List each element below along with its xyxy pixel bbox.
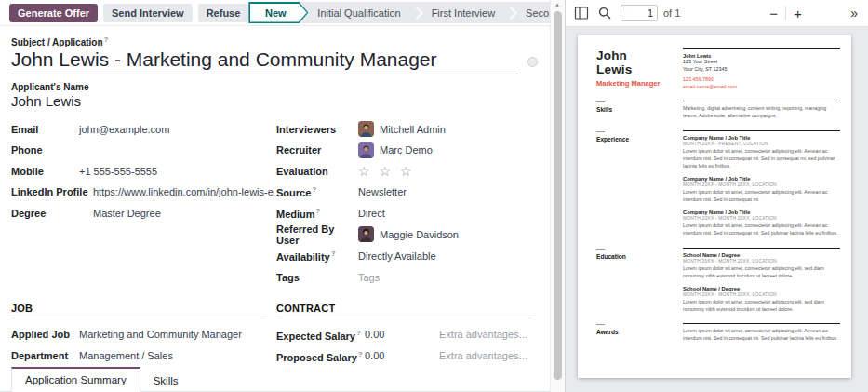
field-interviewers: Interviewers Mitchell Admin: [276, 118, 540, 140]
evaluation-label: Evaluation: [276, 166, 358, 177]
experience-entry-body: Lorem ipsum dolor sit amet, consectetur …: [683, 148, 839, 170]
job-section-title: JOB: [11, 303, 267, 318]
applied-job-label: Applied Job: [11, 329, 79, 340]
send-interview-button[interactable]: Send Interview: [103, 4, 193, 22]
expected-salary-extra-input[interactable]: Extra advantages...: [439, 329, 527, 340]
stage-new[interactable]: New: [248, 2, 308, 23]
department-select[interactable]: Management / Sales: [79, 350, 173, 361]
recruitment-app-window: Generate Offer Send Interview Refuse New…: [0, 0, 868, 392]
page-count-label: of 1: [663, 7, 680, 19]
resume-section-education: Education School Name / Degree MONTH 20X…: [596, 248, 840, 314]
experience-entry: Company Name / Job Title MONTH 20XX - MO…: [683, 210, 840, 237]
education-entry-body: Lorem ipsum dolor sit amet, consectetur …: [683, 265, 839, 280]
contract-section: CONTRACT Expected Salary? 0.00 Extra adv…: [276, 303, 540, 366]
degree-select[interactable]: Master Degree: [93, 208, 161, 219]
applicant-form-panel: Generate Offer Send Interview Refuse New…: [0, 0, 550, 392]
linkedin-label: LinkedIn Profile: [11, 186, 93, 197]
experience-entry: Company Name / Job Title MONTH 20XX - PR…: [683, 135, 840, 170]
source-select[interactable]: Newsletter: [358, 186, 407, 197]
education-entry-title: School Name / Degree: [683, 252, 840, 258]
experience-entry: Company Name / Job Title MONTH 20XX - MO…: [683, 176, 840, 204]
field-mobile: Mobile +1 555-555-5555: [11, 160, 274, 182]
experience-entry-title: Company Name / Job Title: [683, 210, 840, 215]
mobile-input[interactable]: +1 555-555-5555: [79, 166, 157, 177]
evaluation-stars[interactable]: ☆ ☆ ☆: [358, 164, 414, 179]
pdf-content-area[interactable]: John Lewis Marketing Manager John Lewis …: [566, 27, 868, 392]
interviewers-input[interactable]: Mitchell Admin: [358, 121, 446, 137]
tab-application-summary[interactable]: Application Summary: [11, 367, 140, 392]
tab-skills[interactable]: Skills: [140, 370, 192, 392]
interviewers-label: Interviewers: [276, 124, 358, 135]
tags-input[interactable]: Tags: [358, 272, 380, 283]
field-source: Source? Newsletter: [276, 182, 540, 203]
experience-entry-dates: MONTH 20XX - MONTH 20XX, LOCATION: [683, 216, 840, 221]
pdf-toolbar: of 1 − + »: [566, 0, 868, 27]
experience-entry-body: Lorem ipsum dolor sit amet, consectetur …: [683, 223, 839, 237]
field-grid: Email john@example.com Phone Mobile +1 5…: [11, 118, 539, 288]
education-entry-title: School Name / Degree: [683, 286, 840, 291]
proposed-salary-extra-input[interactable]: Extra advantages...: [439, 350, 527, 361]
section-dash: [596, 101, 605, 102]
education-entry-body: Lorem ipsum dolor sit amet, consectetur …: [683, 299, 839, 314]
field-column-right: Interviewers Mitchell Admin Recruiter Ma…: [276, 118, 540, 288]
phone-label: Phone: [11, 144, 79, 155]
action-buttons: Generate Offer Send Interview Refuse: [9, 4, 248, 22]
resume-job-title: Marketing Manager: [596, 79, 683, 88]
stage-initial-qualification[interactable]: Initial Qualification: [308, 2, 412, 23]
refuse-button[interactable]: Refuse: [198, 4, 249, 22]
field-applied-job: Applied Job Marketing and Community Mana…: [11, 324, 274, 345]
field-tags: Tags Tags: [276, 266, 540, 288]
applicant-name-input[interactable]: John Lewis: [11, 93, 539, 109]
contact-phone: 123.456.7890: [683, 76, 840, 84]
experience-entry-title: Company Name / Job Title: [683, 176, 840, 182]
section-rule: [683, 130, 840, 131]
zoom-in-button[interactable]: +: [786, 6, 809, 21]
subject-row: John Lewis - Marketing and Community Man…: [11, 48, 539, 74]
help-marker: ?: [358, 350, 363, 358]
search-icon[interactable]: [597, 6, 612, 20]
contact-address1: 123 Your Street: [683, 59, 840, 66]
linkedin-input[interactable]: https://www.linkedin.com/in/john-lewis-e…: [93, 186, 274, 197]
subject-input[interactable]: John Lewis - Marketing and Community Man…: [11, 48, 518, 74]
skills-body: Marketing, digital advertising, content …: [683, 105, 839, 120]
referred-by-label: Referred By User: [276, 223, 358, 246]
help-marker: ?: [312, 185, 316, 194]
medium-select[interactable]: Direct: [358, 208, 385, 219]
sidebar-toggle-icon[interactable]: [574, 6, 589, 20]
availability-input[interactable]: Directly Available: [358, 250, 436, 262]
proposed-salary-input[interactable]: 0.00: [365, 350, 439, 361]
toolbar-expand-button[interactable]: »: [848, 6, 860, 20]
recruiter-value: Marc Demo: [380, 144, 433, 155]
expected-salary-input[interactable]: 0.00: [365, 329, 439, 340]
field-proposed-salary: Proposed Salary? 0.00 Extra advantages..…: [276, 345, 540, 366]
generate-offer-button[interactable]: Generate Offer: [9, 4, 98, 22]
stage-separator-icon: [507, 2, 516, 23]
resume-name-block: John Lewis Marketing Manager: [596, 48, 683, 90]
help-marker: ?: [331, 250, 336, 258]
scrollbar-up-icon[interactable]: ▲: [554, 2, 560, 7]
stage-first-interview[interactable]: First Interview: [422, 2, 507, 23]
field-phone: Phone: [11, 140, 274, 161]
form-action-bar: Generate Offer Send Interview Refuse New…: [0, 0, 550, 25]
help-marker: ?: [316, 207, 321, 215]
applied-job-select[interactable]: Marketing and Community Manager: [79, 329, 242, 340]
zoom-out-button[interactable]: −: [762, 6, 785, 21]
help-marker: ?: [356, 329, 361, 337]
form-scrollbar[interactable]: ▲: [550, 0, 565, 392]
job-contract-sections: JOB Applied Job Marketing and Community …: [11, 303, 539, 366]
referred-by-input[interactable]: Maggie Davidson: [358, 226, 459, 242]
scrollbar-thumb[interactable]: [554, 11, 562, 380]
subject-label: Subject / Application?: [11, 35, 539, 47]
field-availability: Availability? Directly Available: [276, 246, 540, 267]
contact-address2: Your City, ST 12345: [683, 66, 840, 74]
resume-contact-block: John Lewis 123 Your Street Your City, ST…: [683, 48, 840, 90]
field-column-left: Email john@example.com Phone Mobile +1 5…: [11, 118, 274, 288]
kanban-state-icon[interactable]: [527, 57, 538, 67]
field-linkedin: LinkedIn Profile https://www.linkedin.co…: [11, 182, 274, 203]
stage-separator-icon: [413, 2, 422, 23]
stage-separator-icon: [617, 2, 626, 23]
recruiter-input[interactable]: Marc Demo: [358, 142, 433, 158]
section-rule: [683, 248, 840, 249]
tags-label: Tags: [276, 272, 358, 283]
email-input[interactable]: john@example.com: [79, 124, 169, 135]
